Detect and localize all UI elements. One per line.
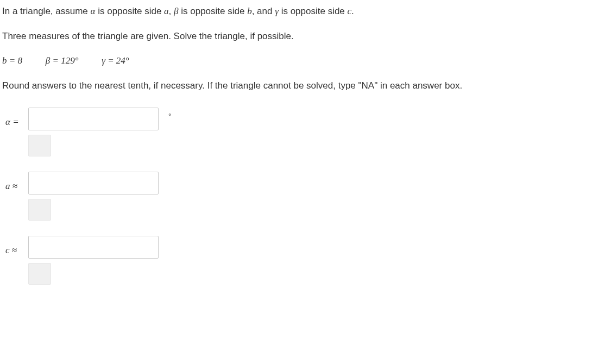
- intro-text-period: .: [351, 6, 354, 16]
- intro-text-2: is opposite side: [95, 6, 164, 16]
- instruction-line: Three measures of the triangle are given…: [2, 29, 590, 43]
- alpha-input-stack: [28, 108, 159, 156]
- c-label: c ≈: [5, 236, 28, 258]
- given-beta: β = 129°: [46, 54, 79, 68]
- var-c: c: [348, 6, 352, 16]
- given-gamma: γ = 24°: [102, 54, 129, 68]
- c-feedback-box: [28, 263, 51, 285]
- var-gamma: γ: [275, 6, 279, 16]
- var-b: b: [247, 6, 252, 16]
- alpha-input[interactable]: [28, 108, 159, 130]
- c-input-stack: [28, 236, 159, 285]
- intro-line: In a triangle, assume α is opposite side…: [2, 4, 590, 18]
- alpha-feedback-box: [28, 135, 51, 156]
- given-b: b = 8: [2, 54, 22, 68]
- a-label: a ≈: [5, 172, 28, 193]
- answer-row-alpha: α = °: [2, 108, 590, 156]
- answer-row-a: a ≈: [2, 172, 590, 221]
- intro-text-4: is opposite side: [279, 6, 348, 16]
- intro-text-and: , and: [252, 6, 275, 16]
- var-a: a: [164, 6, 169, 16]
- a-input[interactable]: [28, 172, 159, 194]
- intro-text-1: In a triangle, assume: [2, 6, 91, 16]
- rounding-line: Round answers to the nearest tenth, if n…: [2, 79, 590, 93]
- degree-symbol: °: [159, 108, 171, 122]
- answer-row-c: c ≈: [2, 236, 590, 285]
- var-beta: β: [174, 6, 178, 16]
- given-values: b = 8 β = 129° γ = 24°: [2, 54, 590, 68]
- c-input[interactable]: [28, 236, 159, 259]
- alpha-label: α =: [5, 108, 28, 129]
- a-input-stack: [28, 172, 159, 221]
- a-feedback-box: [28, 199, 51, 221]
- intro-text-3: is opposite side: [179, 6, 248, 16]
- intro-text-comma1: ,: [169, 6, 174, 16]
